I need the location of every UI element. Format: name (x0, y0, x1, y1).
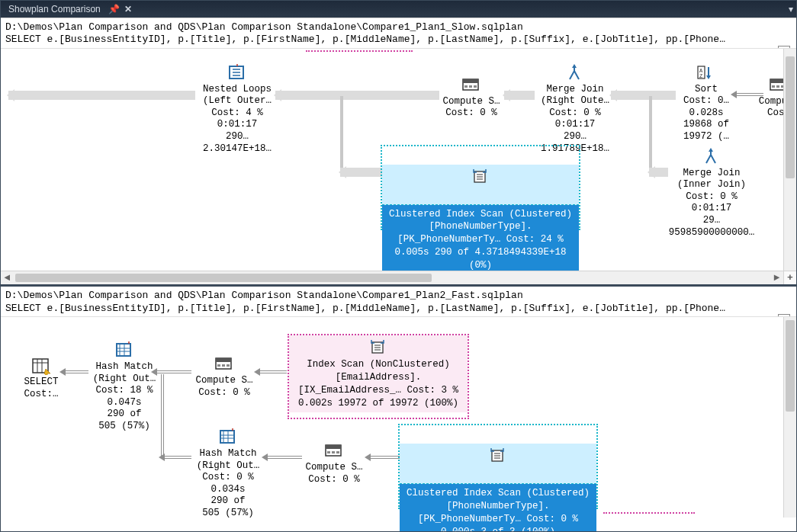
node-compute-scalar[interactable]: Compute S… Cost: 0 % (300, 442, 368, 486)
top-plan-header: D:\Demos\Plan Comparison and QDS\Plan Co… (1, 18, 796, 48)
node-clustered-index-scan[interactable]: Clustered Index Scan (Clustered) [PhoneN… (382, 165, 579, 275)
node-sort[interactable]: Sort Cost: 0… 0.028s 19868 of 19972 (… (672, 64, 741, 143)
bottom-plan-pane: D:\Demos\Plan Comparison and QDS\Plan Co… (1, 284, 796, 531)
region-marker (603, 512, 695, 515)
top-plan-query: SELECT e.[BusinessEntityID], p.[Title], … (5, 34, 792, 46)
node-index-scan[interactable]: Index Scan (NonClustered) [EmailAddress]… (289, 335, 468, 413)
pin-icon[interactable]: 📌 (108, 4, 120, 14)
compute-scalar-icon (461, 76, 482, 95)
connector (649, 96, 652, 172)
node-merge-join[interactable]: Merge Join (Right Oute… Cost: 0 % 0:01:1… (533, 64, 617, 155)
connector (275, 91, 439, 100)
close-icon[interactable]: ✕ (124, 4, 132, 14)
hash-match-icon (217, 428, 239, 447)
scroll-left-icon[interactable]: ◄ (1, 271, 14, 284)
bottom-plan-header: D:\Demos\Plan Comparison and QDS\Plan Co… (1, 287, 796, 316)
top-plan-path: D:\Demos\Plan Comparison and QDS\Plan Co… (5, 21, 792, 34)
merge-join-icon (564, 64, 586, 82)
zoom-button[interactable]: + (783, 271, 796, 284)
index-scan-icon (470, 168, 491, 186)
index-scan-icon (368, 338, 389, 357)
compute-scalar-icon (214, 355, 235, 373)
connector (340, 96, 343, 172)
connector (161, 456, 191, 463)
node-hash-match[interactable]: Hash Match (Right Out… Cost: 18 % 0.047s… (86, 341, 162, 433)
bottom-plan-canvas[interactable]: SELECT Cost:… Hash Match (Right Out… Cos… (1, 317, 796, 531)
scroll-right-icon[interactable]: ► (770, 271, 783, 284)
node-compute-scalar[interactable]: Compute S… Cost: 0 % (190, 355, 259, 399)
select-icon (31, 357, 52, 375)
connector (264, 456, 302, 463)
hash-match-icon (114, 341, 135, 360)
node-compute-scalar[interactable]: Compute S… Cost: 0 % (437, 76, 506, 120)
titlebar: Showplan Comparison 📌 ✕ ▾ (1, 1, 796, 18)
connector (340, 168, 382, 177)
node-select[interactable]: SELECT Cost:… (14, 357, 68, 400)
window-menu-icon[interactable]: ▾ (789, 4, 793, 14)
vertical-scrollbar[interactable] (783, 49, 796, 271)
window-title: Showplan Comparison (4, 4, 105, 14)
node-nested-loops[interactable]: Nested Loops (Left Outer… Cost: 4 % 0:01… (191, 64, 283, 155)
top-plan-pane: D:\Demos\Plan Comparison and QDS\Plan Co… (1, 18, 796, 284)
connector (367, 456, 401, 463)
connector (611, 91, 676, 100)
merge-join-icon (701, 148, 722, 166)
connector (504, 91, 535, 100)
bottom-plan-path: D:\Demos\Plan Comparison and QDS\Plan Co… (5, 290, 792, 302)
node-hash-match[interactable]: Hash Match (Right Out… Cost: 0 % 0.034s … (190, 428, 266, 520)
connector (256, 370, 287, 378)
node-clustered-index-scan[interactable]: Clustered Index Scan (Clustered) [PhoneN… (400, 444, 596, 531)
scrollbar-thumb[interactable] (786, 56, 795, 178)
bottom-plan-query: SELECT e.[BusinessEntityID], p.[Title], … (5, 303, 792, 315)
region-marker (306, 49, 413, 52)
node-merge-join[interactable]: Merge Join (Inner Join) Cost: 0 % 0:01:1… (658, 148, 765, 239)
top-plan-canvas[interactable]: Nested Loops (Left Outer… Cost: 4 % 0:01… (1, 49, 796, 285)
index-scan-icon (487, 447, 509, 465)
scrollbar-thumb[interactable] (786, 320, 795, 412)
vertical-scrollbar[interactable] (783, 317, 796, 518)
connector (8, 91, 195, 100)
scrollbar-thumb[interactable] (15, 274, 432, 282)
compute-scalar-icon (323, 442, 345, 460)
sort-icon (696, 64, 717, 82)
horizontal-scrollbar[interactable] (14, 271, 770, 284)
nested-loops-icon (227, 64, 248, 82)
